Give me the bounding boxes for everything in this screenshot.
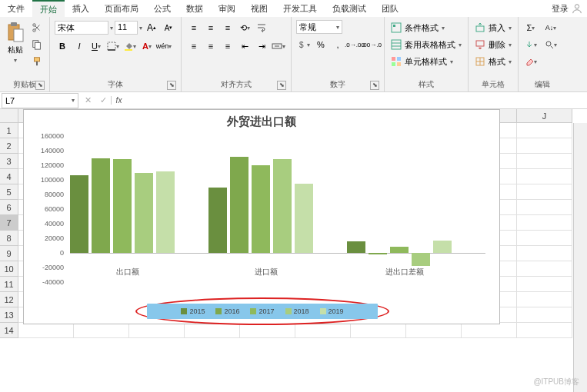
border-button[interactable]: ▾ [105, 38, 121, 54]
align-left-button[interactable]: ≡ [186, 38, 202, 54]
tab-formula[interactable]: 公式 [146, 1, 178, 17]
cell[interactable] [517, 246, 572, 261]
chart-bar[interactable] [390, 247, 409, 253]
tab-loadtest[interactable]: 负载测试 [325, 1, 374, 17]
underline-button[interactable]: U▾ [88, 38, 104, 54]
align-top-button[interactable]: ≡ [186, 20, 202, 35]
fill-button[interactable]: ▾ [523, 37, 539, 52]
cell[interactable] [517, 323, 572, 338]
chart-bar[interactable] [135, 173, 153, 254]
autosum-button[interactable]: Σ▾ [523, 20, 539, 35]
cell[interactable] [517, 138, 572, 154]
merge-button[interactable]: ▾ [271, 38, 286, 54]
grow-font-button[interactable]: A▴ [144, 20, 159, 35]
find-button[interactable]: ▾ [540, 37, 562, 52]
copy-button[interactable] [29, 37, 45, 52]
font-color-button[interactable]: A▾ [139, 38, 155, 54]
row-header[interactable]: 3 [0, 154, 18, 169]
cell[interactable] [517, 200, 572, 215]
cell[interactable] [74, 323, 129, 338]
align-center-button[interactable]: ≡ [203, 38, 218, 54]
font-size-select[interactable]: 11 [115, 21, 138, 35]
row-header[interactable]: 14 [0, 323, 18, 338]
percent-button[interactable]: % [313, 37, 329, 52]
clipboard-launcher[interactable]: ⬊ [35, 81, 45, 90]
row-header[interactable]: 1 [0, 123, 18, 138]
dec-decimal-button[interactable]: .00→.0 [364, 37, 379, 52]
row-header[interactable]: 2 [0, 138, 18, 154]
cell[interactable] [517, 169, 572, 184]
chart-bar[interactable] [208, 188, 227, 254]
insert-cells-button[interactable]: 插入▾ [473, 20, 513, 35]
fx-button[interactable]: fx [111, 96, 126, 105]
chart-bar[interactable] [70, 175, 88, 253]
cell[interactable] [129, 323, 185, 338]
cell-styles-button[interactable]: 单元格样式▾ [389, 54, 463, 69]
orientation-button[interactable]: ⟲▾ [237, 20, 252, 35]
indent-inc-button[interactable]: ⇥ [254, 38, 269, 54]
vertical-scrollbar[interactable] [573, 123, 587, 392]
cell[interactable] [185, 323, 240, 338]
font-name-select[interactable]: 宋体 [55, 21, 108, 35]
align-right-button[interactable]: ≡ [220, 38, 235, 54]
tab-review[interactable]: 审阅 [211, 1, 243, 17]
row-header[interactable]: 8 [0, 231, 18, 246]
login-link[interactable]: 登录 [552, 3, 582, 15]
format-cells-button[interactable]: 格式▾ [473, 54, 513, 69]
sort-filter-button[interactable]: A↓▾ [540, 20, 562, 35]
tab-home[interactable]: 开始 [32, 0, 65, 18]
row-header[interactable]: 5 [0, 184, 18, 200]
chart-legend[interactable]: 20152016201720182019 [147, 304, 378, 319]
embedded-chart[interactable]: 外贸进出口额 -40000-20000020000400006000080000… [23, 109, 500, 324]
legend-item[interactable]: 2016 [215, 307, 239, 315]
cell[interactable] [406, 323, 462, 338]
cell[interactable] [517, 184, 572, 200]
cell[interactable] [18, 323, 74, 338]
chart-bar[interactable] [273, 159, 292, 253]
tab-insert[interactable]: 插入 [65, 1, 97, 17]
format-table-button[interactable]: 套用表格格式▾ [389, 37, 463, 52]
number-launcher[interactable]: ⬊ [370, 81, 379, 90]
chart-bar[interactable] [295, 184, 313, 253]
row-header[interactable]: 9 [0, 246, 18, 261]
cell[interactable] [517, 292, 572, 307]
column-header[interactable]: J [517, 109, 572, 123]
chart-bar[interactable] [347, 241, 365, 253]
tab-layout[interactable]: 页面布局 [97, 1, 146, 17]
shrink-font-button[interactable]: A▾ [161, 20, 176, 35]
row-header[interactable]: 6 [0, 200, 18, 215]
cell[interactable] [295, 323, 351, 338]
legend-item[interactable]: 2018 [285, 307, 309, 315]
cell[interactable] [240, 323, 295, 338]
indent-dec-button[interactable]: ⇤ [237, 38, 252, 54]
cell[interactable] [517, 231, 572, 246]
tab-developer[interactable]: 开发工具 [275, 1, 325, 17]
delete-cells-button[interactable]: 删除▾ [473, 37, 513, 52]
row-header[interactable]: 4 [0, 169, 18, 184]
tab-team[interactable]: 团队 [374, 1, 406, 17]
clear-button[interactable]: ▾ [523, 54, 539, 69]
font-launcher[interactable]: ⬊ [167, 81, 176, 90]
select-all-corner[interactable] [0, 109, 18, 123]
chart-bar[interactable] [412, 253, 430, 266]
cell[interactable] [517, 154, 572, 169]
cell[interactable] [351, 323, 406, 338]
cut-button[interactable] [29, 20, 45, 35]
formula-input[interactable] [126, 95, 587, 107]
row-header[interactable]: 10 [0, 261, 18, 277]
fx-ok[interactable]: ✓ [95, 95, 111, 105]
cell[interactable] [517, 261, 572, 277]
legend-item[interactable]: 2017 [250, 307, 274, 315]
chart-bar[interactable] [369, 253, 387, 254]
paste-button[interactable]: 粘贴 ▾ [5, 20, 26, 78]
cell[interactable] [517, 215, 572, 231]
chart-bar[interactable] [252, 165, 270, 253]
wrap-text-button[interactable] [254, 20, 269, 35]
cell[interactable] [517, 277, 572, 292]
fx-cancel[interactable]: ✕ [80, 95, 95, 105]
row-header[interactable]: 12 [0, 292, 18, 307]
legend-item[interactable]: 2019 [320, 307, 344, 315]
row-header[interactable]: 11 [0, 277, 18, 292]
row-header[interactable]: 13 [0, 307, 18, 323]
fill-color-button[interactable]: ▾ [122, 38, 138, 54]
